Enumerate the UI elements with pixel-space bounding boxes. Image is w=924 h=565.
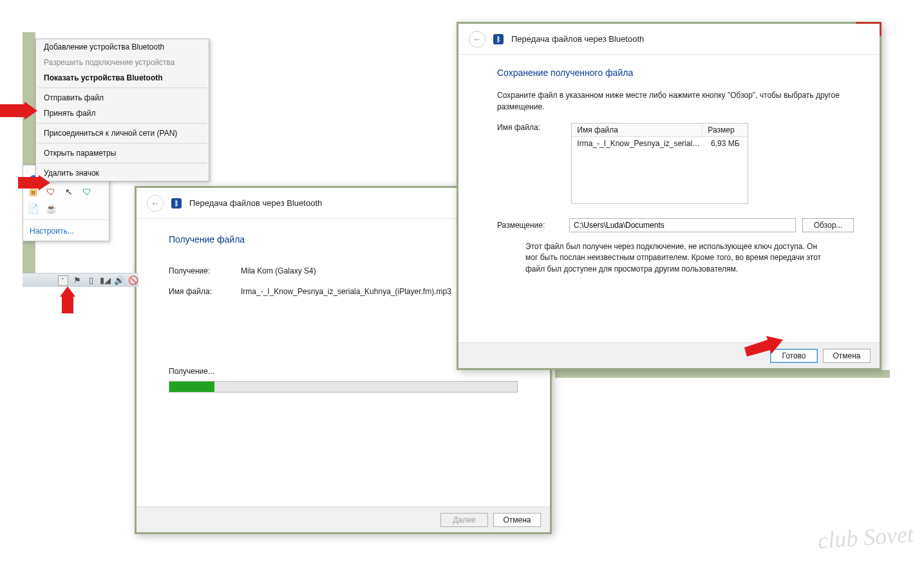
column-name[interactable]: Имя файла	[572, 124, 702, 136]
svg-marker-2	[60, 286, 75, 313]
filename-value: Irma_-_I_Know_Pesnya_iz_seriala_Kuhnya_(…	[241, 287, 451, 296]
cell-filesize: 6,93 МБ	[706, 137, 748, 150]
menu-item-allow-connection: Разрешить подключение устройства	[36, 55, 209, 70]
tray-divider	[23, 219, 109, 220]
bluetooth-icon: ᛒ	[493, 34, 504, 44]
file-list-header: Имя файла Размер	[572, 124, 748, 137]
menu-item-send-file[interactable]: Отправить файл	[36, 90, 209, 106]
menu-separator	[37, 163, 207, 163]
window-footer: Готово Отмена	[458, 342, 880, 368]
tray-java-icon[interactable]: ☕	[45, 203, 57, 214]
progress-bar	[169, 381, 518, 393]
svg-marker-0	[0, 102, 37, 120]
from-label: Получение:	[169, 266, 241, 275]
file-list-row[interactable]: Irma_-_I_Know_Pesnya_iz_seriala_K... 6,9…	[572, 137, 748, 150]
location-label: Размещение:	[497, 221, 569, 230]
location-input[interactable]	[569, 218, 796, 232]
next-button: Далее	[440, 513, 488, 527]
menu-item-show-devices[interactable]: Показать устройства Bluetooth	[36, 70, 209, 86]
tray-pointer-icon[interactable]: ↖	[63, 186, 75, 198]
browse-button[interactable]: Обзор...	[802, 218, 854, 232]
window-footer: Далее Отмена	[137, 506, 550, 532]
filename-label: Имя файла:	[169, 287, 241, 296]
taskbar-blocked-icon[interactable]: 🚫	[128, 275, 138, 286]
menu-item-open-settings[interactable]: Открыть параметры	[36, 145, 209, 161]
menu-separator	[37, 88, 207, 88]
annotation-arrow	[60, 286, 75, 313]
cancel-button[interactable]: Отмена	[823, 349, 871, 363]
file-list: Имя файла Размер Irma_-_I_Know_Pesnya_iz…	[571, 123, 748, 204]
tray-green-shield-icon[interactable]: 🛡	[81, 186, 93, 198]
window-header: ← ᛒ Передача файлов через Bluetooth	[458, 24, 880, 55]
bluetooth-icon: ᛒ	[171, 198, 182, 208]
tray-customize-link[interactable]: Настроить...	[27, 223, 105, 237]
tray-note-icon[interactable]: 📄	[27, 203, 39, 214]
svg-marker-3	[744, 336, 783, 357]
menu-item-receive-file[interactable]: Принять файл	[36, 106, 209, 121]
watermark: club Sovet	[817, 521, 915, 554]
menu-separator	[37, 143, 207, 144]
back-button[interactable]: ←	[469, 31, 486, 48]
menu-item-remove-icon[interactable]: Удалить значок	[36, 165, 209, 181]
desktop-background-strip	[555, 370, 890, 378]
back-button[interactable]: ←	[147, 195, 164, 212]
instruction-text: Сохраните файл в указанном ниже месте ли…	[497, 89, 854, 113]
desktop-background-strip	[23, 32, 35, 286]
menu-separator	[37, 123, 207, 124]
bluetooth-save-window: ✕ ← ᛒ Передача файлов через Bluetooth Со…	[457, 22, 882, 370]
from-value: Mila Kom (Galaxy S4)	[241, 266, 316, 275]
annotation-arrow	[0, 102, 39, 120]
window-title: Передача файлов через Bluetooth	[511, 34, 644, 44]
window-title: Передача файлов через Bluetooth	[189, 198, 322, 208]
progress-fill	[169, 382, 214, 392]
bluetooth-context-menu: Добавление устройства Bluetooth Разрешит…	[35, 39, 209, 181]
security-warning-text: Этот файл был получен через подключение,…	[525, 241, 822, 275]
svg-marker-1	[18, 175, 50, 190]
annotation-arrow	[18, 175, 52, 190]
taskbar-flag-icon[interactable]: ⚑	[72, 275, 82, 286]
cell-filename: Irma_-_I_Know_Pesnya_iz_seriala_K...	[572, 137, 706, 150]
section-heading: Сохранение полученного файла	[497, 68, 854, 78]
taskbar-volume-icon[interactable]: 🔊	[114, 275, 124, 286]
column-size[interactable]: Размер	[702, 124, 748, 136]
menu-item-join-pan[interactable]: Присоединиться к личной сети (PAN)	[36, 125, 209, 141]
tray-overflow-button[interactable]: ˄	[58, 275, 68, 286]
taskbar-battery-icon[interactable]: ▯	[86, 275, 96, 286]
menu-item-add-device[interactable]: Добавление устройства Bluetooth	[36, 39, 209, 55]
taskbar-network-icon[interactable]: ▮◢	[100, 275, 110, 286]
annotation-arrow	[744, 332, 783, 357]
taskbar: ˄ ⚑ ▯ ▮◢ 🔊 🚫	[23, 273, 138, 287]
filename-label: Имя файла:	[497, 123, 569, 132]
cancel-button[interactable]: Отмена	[493, 513, 541, 527]
